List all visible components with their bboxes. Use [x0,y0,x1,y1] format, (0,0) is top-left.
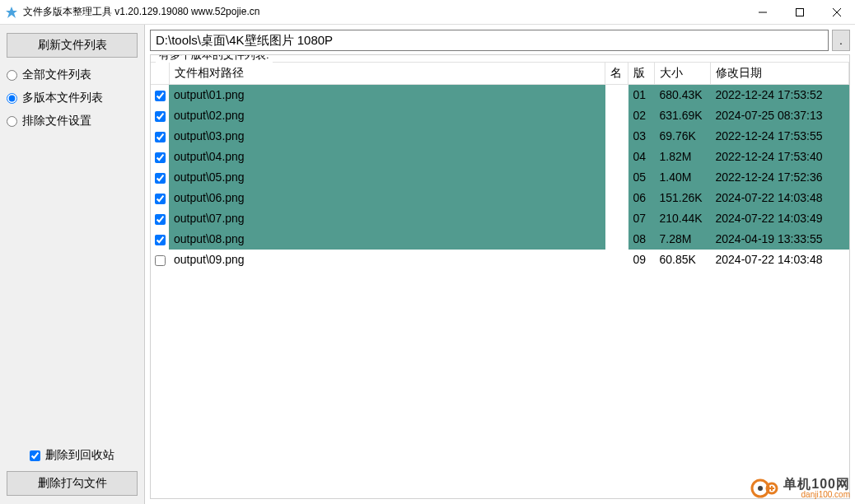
row-date: 2022-12-24 17:53:52 [711,85,849,105]
row-size: 1.40M [655,167,711,188]
minimize-button[interactable] [744,0,781,24]
table-row[interactable]: output\02.png02631.69K2024-07-25 08:37:1… [151,105,849,126]
row-name [605,188,628,208]
path-input[interactable] [150,30,829,51]
header-name[interactable]: 名 [605,63,628,85]
recycle-checkbox[interactable] [30,450,40,461]
recycle-checkbox-row[interactable]: 删除到回收站 [7,448,138,463]
row-checkbox[interactable] [155,152,166,163]
row-checkbox[interactable] [155,91,166,101]
row-ver: 02 [628,105,655,126]
row-date: 2024-04-19 13:33:55 [711,229,849,250]
file-table: 文件相对路径 名 版 大小 修改日期 output\01.png01680.43… [151,63,849,270]
table-row[interactable]: output\08.png087.28M2024-04-19 13:33:55 [151,229,849,250]
row-ver: 09 [628,250,655,270]
row-path: output\05.png [169,167,605,188]
table-row[interactable]: output\03.png0369.76K2022-12-24 17:53:55 [151,126,849,147]
table-wrap: 文件相对路径 名 版 大小 修改日期 output\01.png01680.43… [151,62,849,498]
minimize-icon [759,8,767,16]
row-checkbox[interactable] [155,173,166,184]
maximize-button[interactable] [781,0,818,24]
sidebar: 刷新文件列表 全部文件列表 多版本文件列表 排除文件设置 删除到回收站 删除打勾… [0,25,145,504]
svg-rect-2 [796,8,803,16]
row-name [605,167,628,188]
svg-point-6 [758,486,763,491]
row-checkbox[interactable] [155,111,166,122]
row-date: 2022-12-24 17:53:55 [711,126,849,147]
row-date: 2022-12-24 17:52:36 [711,167,849,188]
row-name [605,105,628,126]
window-controls [744,0,855,24]
row-path: output\08.png [169,229,605,250]
header-ver[interactable]: 版 [628,63,655,85]
maximize-icon [796,8,804,16]
table-row[interactable]: output\04.png041.82M2022-12-24 17:53:40 [151,147,849,167]
row-path: output\06.png [169,188,605,208]
row-size: 631.69K [655,105,711,126]
sidebar-bottom: 删除到回收站 删除打勾文件 [7,448,138,496]
row-path: output\02.png [169,105,605,126]
row-ver: 05 [628,167,655,188]
table-row[interactable]: output\09.png0960.85K2024-07-22 14:03:48 [151,250,849,270]
table-row[interactable]: output\05.png051.40M2022-12-24 17:52:36 [151,167,849,188]
row-date: 2024-07-22 14:03:49 [711,208,849,229]
radio-exclude-settings[interactable]: 排除文件设置 [7,114,138,128]
watermark: 单机100网 danji100.com [750,476,850,501]
row-ver: 03 [628,126,655,147]
header-date[interactable]: 修改日期 [711,63,849,85]
row-path: output\04.png [169,147,605,167]
content: 刷新文件列表 全部文件列表 多版本文件列表 排除文件设置 删除到回收站 删除打勾… [0,25,855,504]
row-ver: 01 [628,85,655,105]
path-row: . [145,25,855,54]
row-date: 2024-07-22 14:03:48 [711,188,849,208]
titlebar: 文件多版本整理工具 v1.20.129.19080 www.52pojie.cn [0,0,855,25]
row-ver: 06 [628,188,655,208]
table-header-row: 文件相对路径 名 版 大小 修改日期 [151,63,849,85]
header-size[interactable]: 大小 [655,63,711,85]
row-checkbox-cell [151,188,169,208]
app-icon [5,6,18,19]
row-path: output\01.png [169,85,605,105]
header-path[interactable]: 文件相对路径 [169,63,605,85]
radio-multi-version-input[interactable] [7,93,17,104]
row-date: 2024-07-25 08:37:13 [711,105,849,126]
radio-exclude-settings-input[interactable] [7,116,17,127]
browse-button[interactable]: . [832,30,850,51]
close-button[interactable] [818,0,855,24]
row-name [605,250,628,270]
watermark-text: 单机100网 danji100.com [783,478,850,499]
row-checkbox-cell [151,147,169,167]
watermark-icon [750,476,778,501]
row-name [605,208,628,229]
row-size: 1.82M [655,147,711,167]
radio-exclude-settings-label: 排除文件设置 [22,114,91,128]
row-size: 680.43K [655,85,711,105]
table-row[interactable]: output\01.png01680.43K2022-12-24 17:53:5… [151,85,849,105]
row-checkbox-cell [151,250,169,270]
row-checkbox[interactable] [155,132,166,142]
radio-multi-version[interactable]: 多版本文件列表 [7,91,138,105]
row-checkbox[interactable] [155,255,166,266]
delete-checked-button[interactable]: 删除打勾文件 [7,471,138,496]
radio-multi-version-label: 多版本文件列表 [22,91,103,105]
radio-all-files-input[interactable] [7,70,17,81]
table-body: output\01.png01680.43K2022-12-24 17:53:5… [151,85,849,270]
row-size: 210.44K [655,208,711,229]
radio-all-files[interactable]: 全部文件列表 [7,68,138,82]
row-date: 2022-12-24 17:53:40 [711,147,849,167]
row-checkbox[interactable] [155,235,166,245]
watermark-main: 单机100网 [783,478,850,491]
row-checkbox-cell [151,208,169,229]
refresh-button[interactable]: 刷新文件列表 [7,33,138,58]
table-row[interactable]: output\06.png06151.26K2024-07-22 14:03:4… [151,188,849,208]
row-path: output\07.png [169,208,605,229]
row-ver: 08 [628,229,655,250]
main-panel: . 有多个版本的文件列表: 文件相对路径 名 版 大小 修改日期 [145,25,855,504]
header-check[interactable] [151,63,169,85]
table-row[interactable]: output\07.png07210.44K2024-07-22 14:03:4… [151,208,849,229]
row-checkbox[interactable] [155,214,166,225]
row-size: 151.26K [655,188,711,208]
row-size: 60.85K [655,250,711,270]
row-checkbox[interactable] [155,194,166,204]
row-name [605,147,628,167]
